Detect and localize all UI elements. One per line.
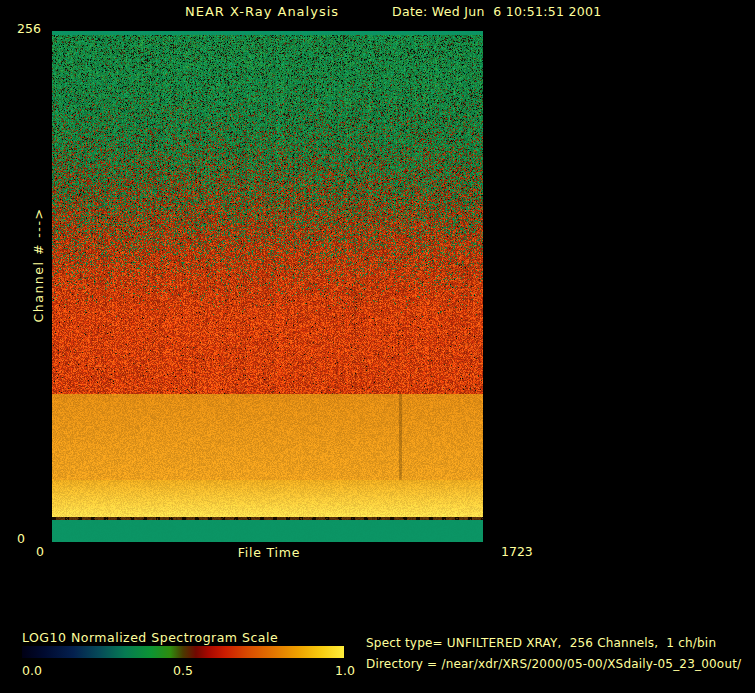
colorbar-gradient [22, 646, 344, 658]
colorbar-tick-mid: 0.5 [163, 663, 203, 678]
colorbar-title: LOG10 Normalized Spectrogram Scale [22, 630, 278, 645]
y-axis-min-label: 0 [17, 531, 25, 546]
date-label: Date: Wed Jun 6 10:51:51 2001 [392, 4, 602, 19]
spect-type-line: Spect type= UNFILTERED XRAY, 256 Channel… [366, 636, 716, 650]
y-axis-title: Channel # ---> [31, 208, 46, 323]
y-axis-max-label: 256 [17, 21, 41, 36]
x-axis-max-label: 1723 [501, 544, 533, 559]
x-axis-title: File Time [199, 545, 339, 560]
colorbar-tick-high: 1.0 [335, 663, 355, 678]
spectrogram-canvas [52, 31, 483, 542]
page-title: NEAR X-Ray Analysis [185, 4, 339, 19]
x-axis-min-label: 0 [36, 544, 44, 559]
directory-line: Directory = /near/xdr/XRS/2000/05-00/XSd… [366, 657, 741, 671]
colorbar-tick-low: 0.0 [22, 663, 42, 678]
